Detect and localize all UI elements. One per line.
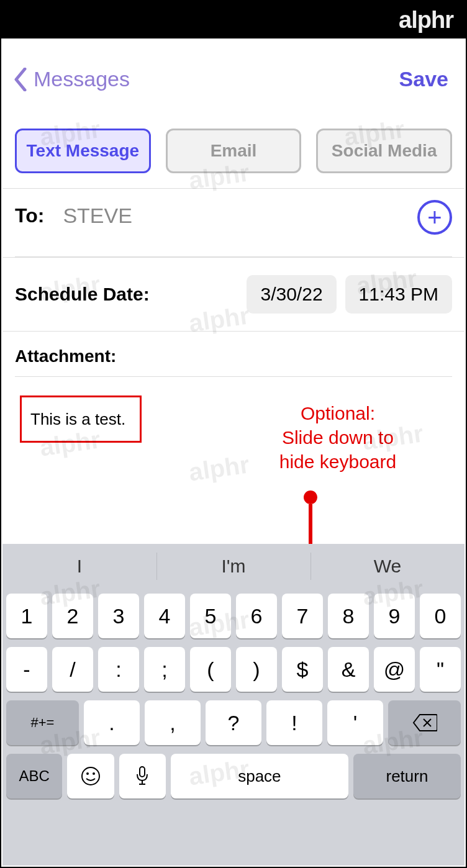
suggestion[interactable]: We (311, 544, 465, 589)
key-colon[interactable]: : (98, 647, 139, 692)
annotation-line: hide keyboard (238, 450, 437, 474)
plus-icon: + (427, 204, 442, 232)
key-row-2: - / : ; ( ) $ & @ " (6, 647, 461, 692)
message-type-tabs: Text Message Email Social Media (2, 109, 465, 189)
site-logo: alphr (399, 7, 453, 34)
key-apostrophe[interactable]: ' (327, 700, 383, 745)
key-6[interactable]: 6 (236, 594, 277, 638)
key-row-4: ABC space return (6, 754, 461, 798)
svg-rect-5 (140, 767, 145, 777)
attachment-label: Attachment: (2, 332, 465, 373)
key-lparen[interactable]: ( (190, 647, 231, 692)
key-grid: 1 2 3 4 5 6 7 8 9 0 - / : ; ( ) (2, 589, 465, 802)
suggestion[interactable]: I (2, 544, 156, 589)
key-at[interactable]: @ (374, 647, 415, 692)
key-period[interactable]: . (84, 700, 140, 745)
key-question[interactable]: ? (206, 700, 261, 745)
key-dash[interactable]: - (6, 647, 47, 692)
schedule-row: Schedule Date: 3/30/22 11:43 PM (2, 258, 465, 332)
recipient-row: To: STEVE + (15, 204, 452, 228)
key-rparen[interactable]: ) (236, 647, 277, 692)
instruction-annotation: Optional: Slide down to hide keyboard (238, 401, 437, 474)
key-2[interactable]: 2 (52, 594, 93, 638)
suggestion[interactable]: I'm (156, 544, 311, 589)
key-symbols[interactable]: #+= (6, 700, 79, 745)
phone-screen: Messages Save Text Message Email Social … (2, 38, 465, 866)
key-semicolon[interactable]: ; (144, 647, 185, 692)
svg-point-4 (93, 772, 95, 775)
back-button[interactable]: Messages (14, 67, 130, 91)
key-row-3: #+= . , ? ! ' (6, 700, 461, 745)
recipient-section: To: STEVE + (2, 189, 465, 258)
tab-text-message[interactable]: Text Message (15, 129, 151, 173)
schedule-label: Schedule Date: (15, 284, 238, 305)
key-amp[interactable]: & (328, 647, 369, 692)
backspace-icon (412, 713, 437, 732)
key-row-1: 1 2 3 4 5 6 7 8 9 0 (6, 594, 461, 638)
key-7[interactable]: 7 (282, 594, 323, 638)
schedule-time-picker[interactable]: 11:43 PM (345, 275, 452, 314)
key-abc[interactable]: ABC (6, 754, 62, 798)
to-label: To: (15, 204, 44, 227)
arrow-dot-icon (304, 491, 317, 504)
key-quote[interactable]: " (420, 647, 461, 692)
suggestion-bar: I I'm We (2, 544, 465, 589)
key-9[interactable]: 9 (374, 594, 415, 638)
key-return[interactable]: return (353, 754, 461, 798)
key-emoji[interactable] (67, 754, 114, 798)
tab-social-media[interactable]: Social Media (316, 129, 452, 173)
key-dictation[interactable] (119, 754, 166, 798)
message-text-input[interactable]: This is a test. (20, 396, 142, 443)
app-frame: alphr Messages Save Text Message Email S… (0, 0, 467, 868)
add-recipient-button[interactable]: + (417, 200, 452, 235)
key-5[interactable]: 5 (190, 594, 231, 638)
emoji-icon (80, 766, 101, 787)
key-4[interactable]: 4 (144, 594, 185, 638)
nav-bar: Messages Save (2, 38, 465, 109)
recipient-name[interactable]: STEVE (63, 204, 132, 228)
schedule-date-picker[interactable]: 3/30/22 (247, 275, 336, 314)
key-3[interactable]: 3 (98, 594, 139, 638)
annotation-line: Optional: (238, 401, 437, 425)
tab-email[interactable]: Email (166, 129, 302, 173)
ios-keyboard: I I'm We 1 2 3 4 5 6 7 8 9 0 - (2, 544, 465, 866)
site-logo-bar: alphr (1, 1, 466, 38)
key-exclaim[interactable]: ! (266, 700, 322, 745)
divider (15, 256, 452, 257)
annotation-line: Slide down to (238, 425, 437, 450)
key-dollar[interactable]: $ (282, 647, 323, 692)
key-0[interactable]: 0 (420, 594, 461, 638)
svg-point-3 (86, 772, 89, 775)
microphone-icon (135, 766, 150, 787)
svg-point-2 (82, 767, 99, 785)
key-8[interactable]: 8 (328, 594, 369, 638)
chevron-left-icon (14, 68, 27, 91)
key-backspace[interactable] (388, 700, 461, 745)
key-1[interactable]: 1 (6, 594, 47, 638)
key-slash[interactable]: / (52, 647, 93, 692)
divider (15, 376, 452, 377)
save-button[interactable]: Save (399, 67, 448, 91)
back-label: Messages (34, 67, 130, 91)
key-space[interactable]: space (171, 754, 348, 798)
key-comma[interactable]: , (145, 700, 201, 745)
